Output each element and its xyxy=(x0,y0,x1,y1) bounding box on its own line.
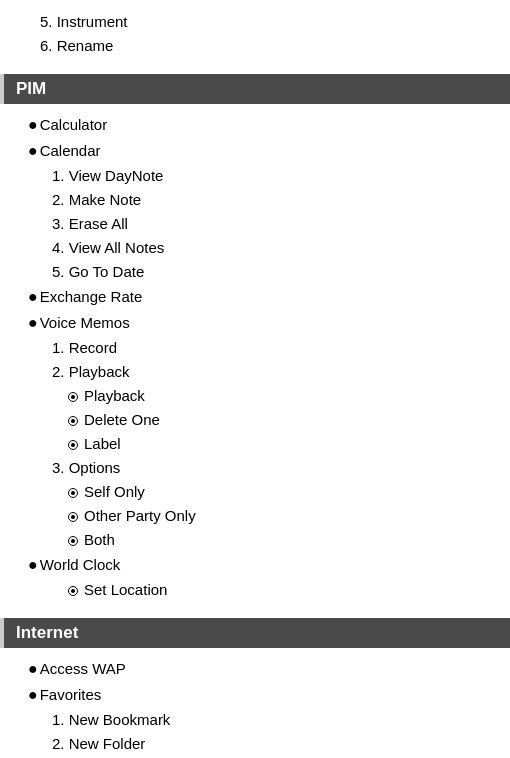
pim-calendar-item: ● Calendar xyxy=(0,138,510,164)
other-party-label: Other Party Only xyxy=(84,504,196,528)
calendar-sub-4: 4. View All Notes xyxy=(0,236,510,260)
options-radio-both: Both xyxy=(0,528,510,552)
voice-sub-record: 1. Record xyxy=(0,336,510,360)
calculator-label: Calculator xyxy=(40,113,108,137)
bullet-icon: ● xyxy=(28,683,38,707)
calendar-sub-1: 1. View DayNote xyxy=(0,164,510,188)
favorites-sub-2: 2. New Folder xyxy=(0,732,510,756)
calendar-label: Calendar xyxy=(40,139,101,163)
radio-icon xyxy=(68,536,78,546)
page-container: 5. Instrument 6. Rename PIM ● Calculator… xyxy=(0,0,510,758)
favorites-sub-1: 1. New Bookmark xyxy=(0,708,510,732)
radio-icon xyxy=(68,392,78,402)
pim-section-header: PIM xyxy=(0,74,510,104)
radio-icon xyxy=(68,512,78,522)
bullet-icon: ● xyxy=(28,113,38,137)
bullet-icon: ● xyxy=(28,285,38,309)
pim-world-clock-item: ● World Clock xyxy=(0,552,510,578)
options-radio-self-only: Self Only xyxy=(0,480,510,504)
options-radio-other-party: Other Party Only xyxy=(0,504,510,528)
both-label: Both xyxy=(84,528,115,552)
voice-memos-label: Voice Memos xyxy=(40,311,130,335)
voice-sub-options: 3. Options xyxy=(0,456,510,480)
access-wap-label: Access WAP xyxy=(40,657,126,681)
self-only-label: Self Only xyxy=(84,480,145,504)
internet-access-wap-item: ● Access WAP xyxy=(0,656,510,682)
exchange-label: Exchange Rate xyxy=(40,285,143,309)
calendar-sub-2: 2. Make Note xyxy=(0,188,510,212)
top-item-1: 5. Instrument xyxy=(40,10,470,34)
playback-radio-label: Playback xyxy=(84,384,145,408)
top-items: 5. Instrument 6. Rename xyxy=(0,10,510,66)
delete-one-radio-label: Delete One xyxy=(84,408,160,432)
world-clock-set-location: Set Location xyxy=(0,578,510,602)
bullet-icon: ● xyxy=(28,311,38,335)
top-item-2: 6. Rename xyxy=(40,34,470,58)
calendar-sub-3: 3. Erase All xyxy=(0,212,510,236)
label-radio-label: Label xyxy=(84,432,121,456)
playback-radio-delete-one: Delete One xyxy=(0,408,510,432)
playback-radio-label: Label xyxy=(0,432,510,456)
pim-voice-memos-item: ● Voice Memos xyxy=(0,310,510,336)
pim-calculator-item: ● Calculator xyxy=(0,112,510,138)
voice-sub-playback: 2. Playback xyxy=(0,360,510,384)
radio-icon xyxy=(68,586,78,596)
world-clock-label: World Clock xyxy=(40,553,121,577)
favorites-label: Favorites xyxy=(40,683,102,707)
radio-icon xyxy=(68,440,78,450)
bullet-icon: ● xyxy=(28,657,38,681)
calendar-sub-5: 5. Go To Date xyxy=(0,260,510,284)
bullet-icon: ● xyxy=(28,139,38,163)
pim-section-content: ● Calculator ● Calendar 1. View DayNote … xyxy=(0,108,510,610)
radio-icon xyxy=(68,416,78,426)
internet-section-content: ● Access WAP ● Favorites 1. New Bookmark… xyxy=(0,652,510,758)
internet-section-header: Internet xyxy=(0,618,510,648)
playback-radio-playback: Playback xyxy=(0,384,510,408)
radio-icon xyxy=(68,488,78,498)
internet-favorites-item: ● Favorites xyxy=(0,682,510,708)
bullet-icon: ● xyxy=(28,553,38,577)
set-location-label: Set Location xyxy=(84,578,167,602)
pim-exchange-item: ● Exchange Rate xyxy=(0,284,510,310)
